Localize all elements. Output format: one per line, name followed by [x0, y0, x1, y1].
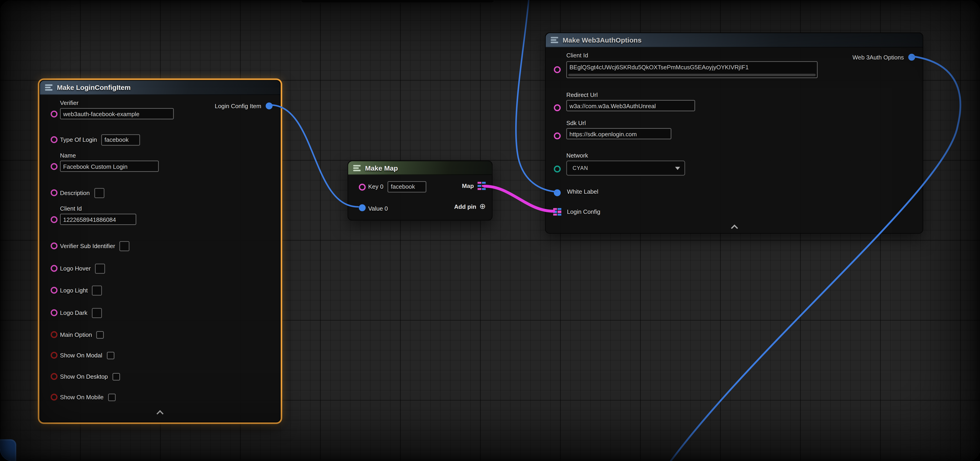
pin-redirect-url[interactable]: [554, 104, 560, 111]
pin-show-on-modal[interactable]: [51, 351, 57, 358]
node-title: Make Web3AuthOptions: [563, 36, 641, 44]
chevron-up-icon: [731, 224, 738, 232]
pin-description[interactable]: [51, 189, 57, 196]
type-of-login-label: Type Of Login: [60, 136, 97, 143]
client-id-label: Client Id: [566, 52, 588, 59]
show-on-mobile-checkbox[interactable]: [108, 393, 116, 401]
make-struct-icon: [550, 36, 558, 44]
network-dropdown-value: CYAN: [573, 165, 588, 171]
add-pin-label: Add pin: [454, 203, 476, 210]
main-option-label: Main Option: [60, 331, 92, 338]
client-id-input[interactable]: [60, 214, 136, 225]
show-on-desktop-label: Show On Desktop: [60, 373, 108, 380]
make-struct-icon: [45, 84, 52, 91]
pin-login-config-item-output[interactable]: [266, 102, 272, 109]
pin-login-config[interactable]: [553, 208, 562, 216]
name-label: Name: [60, 152, 76, 159]
sdk-url-input[interactable]: [566, 128, 671, 139]
verifier-sub-identifier-label: Verifier Sub Identifier: [60, 242, 115, 249]
collapse-button[interactable]: [151, 408, 169, 416]
output-label: Web 3Auth Options: [853, 54, 904, 60]
chevron-down-icon: [675, 167, 680, 170]
graph-canvas[interactable]: Make LoginConfigItem Login Config Item: [0, 0, 980, 461]
pin-show-on-mobile[interactable]: [51, 393, 57, 400]
key-0-label: Key 0: [368, 183, 383, 190]
white-label-label: White Label: [567, 188, 598, 195]
key-0-input[interactable]: [388, 181, 426, 192]
collapse-button[interactable]: [725, 223, 743, 231]
client-id-label: Client Id: [60, 205, 82, 212]
pin-logo-light[interactable]: [51, 286, 57, 293]
redirect-url-label: Redirect Url: [566, 91, 598, 98]
pin-verifier[interactable]: [51, 110, 57, 117]
blueprint-editor: Make LoginConfigItem Login Config Item: [0, 0, 980, 461]
verifier-sub-identifier-input[interactable]: [119, 241, 129, 251]
output-label: Login Config Item: [215, 102, 261, 109]
offscreen-node-bottom-left-fragment: [0, 439, 16, 461]
pin-map-output[interactable]: [478, 182, 486, 190]
node-make-map[interactable]: Make Map Key 0 Value 0 Map Add pin ⊕: [347, 161, 493, 221]
description-label: Description: [60, 189, 90, 196]
network-dropdown[interactable]: CYAN: [566, 161, 685, 176]
pin-verifier-sub-identifier[interactable]: [51, 242, 57, 249]
logo-light-input[interactable]: [92, 285, 102, 295]
make-map-icon: [353, 164, 361, 172]
output-login-config-item: Login Config Item: [215, 101, 273, 111]
logo-hover-label: Logo Hover: [60, 265, 91, 272]
node-header[interactable]: Make Map: [348, 161, 492, 175]
verifier-label: Verifier: [60, 99, 78, 106]
node-make-web3authoptions[interactable]: Make Web3AuthOptions Web 3Auth Options C…: [545, 32, 923, 234]
value-0-label: Value 0: [368, 205, 388, 212]
node-header[interactable]: Make Web3AuthOptions: [546, 33, 923, 48]
pin-key-0[interactable]: [358, 183, 365, 190]
main-option-checkbox[interactable]: [96, 331, 104, 339]
logo-dark-input[interactable]: [92, 308, 102, 318]
pin-name[interactable]: [51, 163, 57, 170]
type-of-login-input[interactable]: [101, 134, 140, 145]
offscreen-node-top-fragment: [301, 0, 494, 3]
pin-white-label[interactable]: [554, 189, 560, 196]
logo-dark-label: Logo Dark: [60, 309, 88, 316]
output-web3auth-options: Web 3Auth Options: [853, 52, 915, 62]
add-pin-icon: ⊕: [479, 202, 486, 210]
logo-hover-input[interactable]: [95, 264, 105, 273]
verifier-input[interactable]: [60, 108, 173, 119]
add-pin-button[interactable]: Add pin ⊕: [454, 202, 486, 210]
pin-client-id[interactable]: [554, 66, 560, 73]
pin-logo-hover[interactable]: [51, 265, 57, 272]
pin-value-0[interactable]: [358, 204, 365, 211]
chevron-up-icon: [156, 410, 164, 417]
wire-map-to-login-config[interactable]: [485, 186, 554, 211]
pin-web3auth-options-output[interactable]: [908, 54, 915, 60]
login-config-label: Login Config: [567, 208, 600, 215]
node-title: Make LoginConfigItem: [57, 84, 130, 91]
show-on-desktop-checkbox[interactable]: [112, 373, 120, 380]
horizontal-scrollbar[interactable]: [568, 74, 816, 76]
pin-main-option[interactable]: [51, 331, 57, 338]
network-label: Network: [566, 152, 588, 159]
node-title: Make Map: [365, 164, 398, 172]
pin-sdk-url[interactable]: [554, 132, 560, 139]
pin-network[interactable]: [554, 165, 560, 172]
show-on-mobile-label: Show On Mobile: [60, 394, 103, 401]
sdk-url-label: Sdk Url: [566, 119, 586, 126]
show-on-modal-checkbox[interactable]: [107, 351, 114, 359]
node-make-loginconfigitem[interactable]: Make LoginConfigItem Login Config Item: [39, 80, 281, 422]
wire-loginconfigitem-to-value0[interactable]: [270, 105, 358, 207]
map-output-label: Map: [462, 183, 474, 189]
pin-type-of-login[interactable]: [51, 136, 57, 143]
output-map: Map: [462, 182, 486, 190]
pin-logo-dark[interactable]: [51, 309, 57, 316]
redirect-url-input[interactable]: [566, 100, 695, 111]
node-header[interactable]: Make LoginConfigItem: [40, 81, 280, 95]
description-input[interactable]: [94, 188, 104, 198]
name-input[interactable]: [60, 161, 159, 172]
pin-show-on-desktop[interactable]: [51, 373, 57, 380]
show-on-modal-label: Show On Modal: [60, 352, 102, 359]
pin-client-id[interactable]: [51, 216, 57, 223]
logo-light-label: Logo Light: [60, 287, 88, 294]
